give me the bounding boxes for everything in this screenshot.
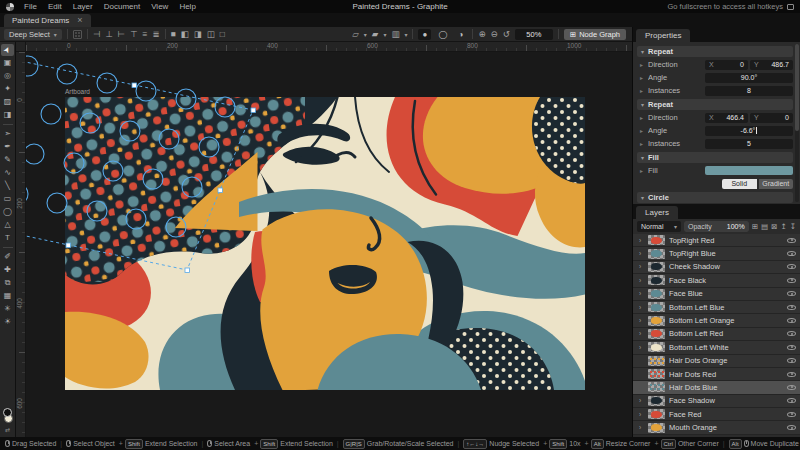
detail-tool[interactable]: ✳	[1, 303, 14, 315]
artboard[interactable]	[65, 97, 585, 390]
expand-chevron-icon[interactable]: ›	[639, 411, 644, 418]
layer-row-face-blue[interactable]: ›Face Blue	[633, 288, 800, 301]
line-tool[interactable]: ╲	[1, 180, 14, 192]
move-up-icon[interactable]: ↥	[780, 223, 786, 231]
canvas-viewport[interactable]: Artboard	[26, 52, 632, 437]
chevron-right-icon[interactable]: ▸	[640, 61, 645, 68]
tab-painted-dreams[interactable]: Painted Dreams ×	[4, 14, 91, 27]
ellipse-tool[interactable]: ◯	[1, 206, 14, 218]
expand-chevron-icon[interactable]: ›	[639, 304, 644, 311]
fill-color-swatch[interactable]	[705, 166, 793, 175]
boolean-union-icon[interactable]: ■	[171, 30, 176, 39]
expand-chevron-icon[interactable]: ›	[639, 330, 644, 337]
expand-chevron-icon[interactable]: ›	[639, 317, 644, 324]
visibility-eye-icon[interactable]	[787, 278, 796, 283]
node-graph-button[interactable]: ⊞ Node Graph	[564, 29, 626, 40]
repeat1-direction-x-input[interactable]: X0	[705, 60, 748, 70]
align-middle-icon[interactable]: ≣	[152, 30, 159, 39]
eyedropper-tool[interactable]: ✦	[1, 83, 14, 95]
repeat1-instances-input[interactable]: 8	[705, 86, 793, 96]
visibility-eye-icon[interactable]	[787, 358, 796, 363]
menu-document[interactable]: Document	[104, 2, 140, 11]
scrollbar[interactable]	[795, 44, 799, 202]
layer-row-hair-dots-red[interactable]: Hair Dots Red	[633, 368, 800, 381]
visibility-eye-icon[interactable]	[787, 345, 796, 350]
visibility-eye-icon[interactable]	[787, 372, 796, 377]
new-layer-icon[interactable]: ⊞	[752, 223, 758, 231]
repeat2-direction-x-input[interactable]: X466.4	[705, 113, 748, 123]
patch-tool[interactable]: ▦	[1, 290, 14, 302]
align-top-icon[interactable]: ⊤	[130, 30, 137, 39]
menu-help[interactable]: Help	[179, 2, 195, 11]
boolean-difference-icon[interactable]: □	[220, 30, 225, 39]
spline-tool[interactable]: ∿	[1, 167, 14, 179]
expand-chevron-icon[interactable]: ›	[639, 250, 644, 257]
brush-tool[interactable]: ✐	[1, 251, 14, 263]
visibility-eye-icon[interactable]	[787, 398, 796, 403]
layer-row-hair-dots-orange[interactable]: Hair Dots Orange	[633, 355, 800, 368]
visibility-eye-icon[interactable]	[787, 425, 796, 430]
chevron-right-icon[interactable]: ▸	[640, 74, 645, 81]
tab-close-icon[interactable]: ×	[77, 16, 82, 25]
visibility-eye-icon[interactable]	[787, 331, 796, 336]
delete-layer-icon[interactable]: ⊠	[771, 223, 777, 231]
layer-row-topright-blue[interactable]: ›TopRight Blue	[633, 247, 800, 260]
align-bottom-icon[interactable]: ⊥	[105, 30, 112, 39]
view-mode-pixels-button[interactable]: ◑	[454, 29, 467, 40]
view-mode-normal-button[interactable]: ●	[418, 29, 431, 40]
relight-tool[interactable]: ☀	[1, 316, 14, 328]
visibility-eye-icon[interactable]	[787, 318, 796, 323]
menu-view[interactable]: View	[151, 2, 168, 11]
boolean-subtract-front-icon[interactable]: ◧	[181, 30, 189, 39]
layer-row-topright-red[interactable]: ›TopRight Red	[633, 234, 800, 247]
chevron-right-icon[interactable]: ▸	[640, 167, 645, 174]
layer-row-face-red[interactable]: ›Face Red	[633, 408, 800, 421]
layer-row-hair-dots-blue[interactable]: Hair Dots Blue	[633, 381, 800, 394]
layer-row-cheek-shadow[interactable]: ›Cheek Shadow	[633, 261, 800, 274]
repeat2-angle-input[interactable]: -6.6°	[705, 126, 793, 136]
section-circle[interactable]: ▾ Circle	[637, 192, 793, 203]
zoom-reset-icon[interactable]: ↺	[503, 30, 510, 39]
chevron-right-icon[interactable]: ▸	[640, 127, 645, 134]
expand-chevron-icon[interactable]: ›	[639, 277, 644, 284]
primary-color-swatch[interactable]	[3, 408, 12, 417]
layer-row-bottom-left-blue[interactable]: ›Bottom Left Blue	[633, 301, 800, 314]
snapping-icon[interactable]: ▥	[391, 30, 399, 39]
repeat2-direction-y-input[interactable]: Y0	[750, 113, 793, 123]
chevron-down-icon[interactable]: ▾	[404, 31, 407, 38]
expand-chevron-icon[interactable]: ›	[639, 290, 644, 297]
text-tool[interactable]: T	[1, 232, 14, 244]
zoom-in-icon[interactable]: ⊕	[478, 30, 485, 39]
repeat2-instances-input[interactable]: 5	[705, 139, 793, 149]
expand-chevron-icon[interactable]: ›	[639, 344, 644, 351]
section-repeat-2[interactable]: ▾ Repeat	[637, 99, 793, 110]
section-repeat-1[interactable]: ▾ Repeat	[637, 46, 793, 57]
expand-chevron-icon[interactable]: ›	[639, 263, 644, 270]
layer-row-face-shadow[interactable]: ›Face Shadow	[633, 395, 800, 408]
fullscreen-icon[interactable]	[787, 4, 794, 10]
polygon-tool[interactable]: △	[1, 219, 14, 231]
visibility-eye-icon[interactable]	[787, 238, 796, 243]
flip-vertical-icon[interactable]: ▰	[372, 30, 379, 39]
repeat1-angle-input[interactable]: 90.0°	[705, 73, 793, 83]
select-tool[interactable]: ➤	[1, 44, 14, 56]
layer-row-face-black[interactable]: ›Face Black	[633, 274, 800, 287]
rectangle-tool[interactable]: ▭	[1, 193, 14, 205]
tab-layers[interactable]: Layers	[636, 206, 678, 219]
section-fill[interactable]: ▾ Fill	[637, 152, 793, 163]
move-down-icon[interactable]: ↧	[790, 223, 796, 231]
artboard-label[interactable]: Artboard	[65, 88, 90, 95]
heal-tool[interactable]: ✚	[1, 264, 14, 276]
layer-row-bottom-left-white[interactable]: ›Bottom Left White	[633, 341, 800, 354]
boolean-intersect-icon[interactable]: ◫	[207, 30, 215, 39]
opacity-slider[interactable]: Opacity 100%	[684, 221, 749, 232]
blend-mode-dropdown[interactable]: Normal ▾	[637, 221, 681, 232]
chevron-down-icon[interactable]: ▾	[383, 31, 386, 38]
visibility-eye-icon[interactable]	[787, 264, 796, 269]
pen-tool[interactable]: ✒	[1, 141, 14, 153]
visibility-eye-icon[interactable]	[787, 385, 796, 390]
chevron-right-icon[interactable]: ▸	[640, 114, 645, 121]
align-left-icon[interactable]: ⊣	[93, 30, 100, 39]
zoom-out-icon[interactable]: ⊖	[491, 30, 498, 39]
chevron-down-icon[interactable]: ▾	[364, 31, 367, 38]
